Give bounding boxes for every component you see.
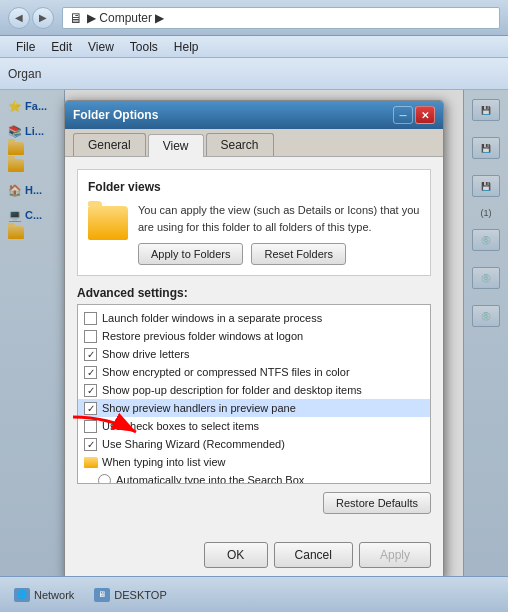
- setting-when-typing-label: When typing into list view: [102, 456, 226, 468]
- dialog-title-controls: ─ ✕: [393, 106, 435, 124]
- setting-show-popup-label: Show pop-up description for folder and d…: [102, 384, 362, 396]
- setting-show-encrypted-label: Show encrypted or compressed NTFS files …: [102, 366, 350, 378]
- forward-button[interactable]: ▶: [32, 7, 54, 29]
- setting-use-checkboxes[interactable]: Use check boxes to select items: [78, 417, 430, 435]
- checkbox-use-checkboxes[interactable]: [84, 420, 97, 433]
- dialog-title: Folder Options: [73, 108, 158, 122]
- advanced-label: Advanced settings:: [77, 286, 431, 300]
- restore-defaults-row: Restore Defaults: [77, 492, 431, 514]
- folder-views-title: Folder views: [88, 180, 420, 194]
- organizer-label: Organ: [8, 67, 41, 81]
- apply-to-folders-button[interactable]: Apply to Folders: [138, 243, 243, 265]
- setting-restore-folder-label: Restore previous folder windows at logon: [102, 330, 303, 342]
- reset-folders-button[interactable]: Reset Folders: [251, 243, 345, 265]
- taskbar-network[interactable]: 🌐 Network: [8, 585, 80, 605]
- dialog-minimize-button[interactable]: ─: [393, 106, 413, 124]
- nav-buttons: ◀ ▶: [8, 7, 54, 29]
- tab-general[interactable]: General: [73, 133, 146, 156]
- dialog-close-button[interactable]: ✕: [415, 106, 435, 124]
- menu-bar: File Edit View Tools Help: [0, 36, 508, 58]
- folder-sm-icon: [84, 457, 98, 468]
- setting-show-drive-letters-label: Show drive letters: [102, 348, 189, 360]
- organizer-bar: Organ: [0, 58, 508, 90]
- setting-sharing-wizard[interactable]: Use Sharing Wizard (Recommended): [78, 435, 430, 453]
- taskbar-network-label: Network: [34, 589, 74, 601]
- checkbox-restore-folder[interactable]: [84, 330, 97, 343]
- setting-show-preview-label: Show preview handlers in preview pane: [102, 402, 296, 414]
- setting-show-drive-letters[interactable]: Show drive letters: [78, 345, 430, 363]
- dialog-footer: OK Cancel Apply: [65, 536, 443, 580]
- settings-scroll[interactable]: Launch folder windows in a separate proc…: [78, 305, 430, 483]
- setting-show-popup[interactable]: Show pop-up description for folder and d…: [78, 381, 430, 399]
- setting-auto-type[interactable]: Automatically type into the Search Box: [78, 471, 430, 483]
- checkbox-sharing-wizard[interactable]: [84, 438, 97, 451]
- menu-tools[interactable]: Tools: [122, 38, 166, 56]
- dialog-title-bar: Folder Options ─ ✕: [65, 101, 443, 129]
- restore-defaults-button[interactable]: Restore Defaults: [323, 492, 431, 514]
- dialog-tabs: General View Search: [65, 129, 443, 157]
- checkbox-show-drive-letters[interactable]: [84, 348, 97, 361]
- back-button[interactable]: ◀: [8, 7, 30, 29]
- ok-button[interactable]: OK: [204, 542, 268, 568]
- setting-restore-folder[interactable]: Restore previous folder windows at logon: [78, 327, 430, 345]
- apply-button[interactable]: Apply: [359, 542, 431, 568]
- menu-view[interactable]: View: [80, 38, 122, 56]
- folder-options-dialog: Folder Options ─ ✕ General View Search F…: [64, 100, 444, 581]
- menu-help[interactable]: Help: [166, 38, 207, 56]
- menu-edit[interactable]: Edit: [43, 38, 80, 56]
- checkbox-show-encrypted[interactable]: [84, 366, 97, 379]
- taskbar-desktop-label: DESKTOP: [114, 589, 166, 601]
- dialog-body: Folder views You can apply the view (suc…: [65, 157, 443, 536]
- desktop-icon: 🖥: [94, 588, 110, 602]
- network-icon: 🌐: [14, 588, 30, 602]
- tab-search[interactable]: Search: [206, 133, 274, 156]
- checkbox-show-preview[interactable]: [84, 402, 97, 415]
- menu-file[interactable]: File: [8, 38, 43, 56]
- address-bar-container: ◀ ▶ 🖥 ▶ Computer ▶: [0, 0, 508, 36]
- setting-launch-windows[interactable]: Launch folder windows in a separate proc…: [78, 309, 430, 327]
- advanced-section: Advanced settings: Launch folder windows…: [77, 286, 431, 484]
- main-area: ⭐ Fa... 📚 Li... 🏠 H... 💻 C...: [0, 90, 508, 612]
- folder-views-description: You can apply the view (such as Details …: [138, 202, 420, 235]
- cancel-button[interactable]: Cancel: [274, 542, 353, 568]
- setting-auto-type-label: Automatically type into the Search Box: [116, 474, 304, 483]
- checkbox-show-popup[interactable]: [84, 384, 97, 397]
- computer-icon: 🖥: [69, 10, 83, 26]
- radio-auto-type[interactable]: [98, 474, 111, 484]
- taskbar: 🌐 Network 🖥 DESKTOP: [0, 576, 508, 612]
- taskbar-desktop[interactable]: 🖥 DESKTOP: [88, 585, 172, 605]
- folder-views-buttons: Apply to Folders Reset Folders: [138, 243, 420, 265]
- setting-use-checkboxes-label: Use check boxes to select items: [102, 420, 259, 432]
- tab-view[interactable]: View: [148, 134, 204, 157]
- setting-sharing-wizard-label: Use Sharing Wizard (Recommended): [102, 438, 285, 450]
- setting-when-typing-group: When typing into list view: [78, 453, 430, 471]
- folder-views-section: Folder views You can apply the view (suc…: [77, 169, 431, 276]
- settings-list: Launch folder windows in a separate proc…: [77, 304, 431, 484]
- dialog-overlay: Folder Options ─ ✕ General View Search F…: [0, 90, 508, 612]
- address-bar[interactable]: 🖥 ▶ Computer ▶: [62, 7, 500, 29]
- setting-show-preview[interactable]: Show preview handlers in preview pane: [78, 399, 430, 417]
- folder-views-content: You can apply the view (such as Details …: [88, 202, 420, 265]
- checkbox-launch-windows[interactable]: [84, 312, 97, 325]
- folder-views-icon: [88, 206, 128, 240]
- address-text: ▶ Computer ▶: [87, 11, 164, 25]
- setting-show-encrypted[interactable]: Show encrypted or compressed NTFS files …: [78, 363, 430, 381]
- setting-launch-windows-label: Launch folder windows in a separate proc…: [102, 312, 322, 324]
